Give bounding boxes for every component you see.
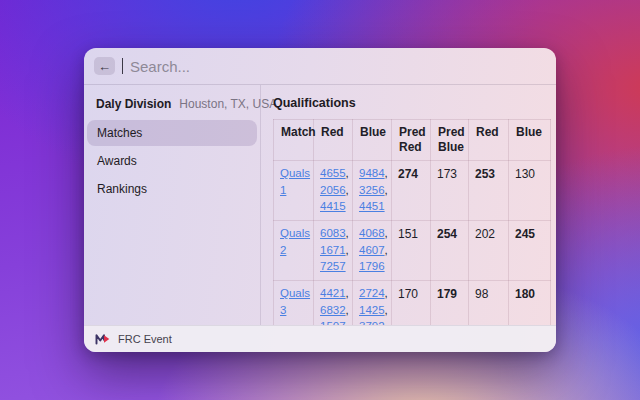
frc-event-logo-icon bbox=[95, 333, 110, 345]
content-area: Daly Division Houston, TX, USA MatchesAw… bbox=[84, 85, 556, 325]
division-name: Daly Division bbox=[96, 97, 171, 111]
column-header: Red bbox=[469, 120, 509, 161]
search-bar: ← Search... bbox=[84, 48, 556, 85]
column-header: Blue bbox=[353, 120, 392, 161]
blue-score: 245 bbox=[509, 221, 551, 281]
table-row: Quals 26083, 1671, 72574068, 4607, 17961… bbox=[274, 221, 551, 281]
match-link[interactable]: Quals 3 bbox=[280, 287, 310, 316]
team-link[interactable]: 4607 bbox=[359, 244, 385, 256]
back-button[interactable]: ← bbox=[94, 57, 115, 75]
blue-teams-cell: 9484, 3256, 4451 bbox=[353, 161, 392, 221]
team-link[interactable]: 6832 bbox=[320, 304, 346, 316]
team-link[interactable]: 6083 bbox=[320, 227, 346, 239]
arrow-left-icon: ← bbox=[98, 60, 111, 73]
pred-red-score: 274 bbox=[392, 161, 431, 221]
footer-bar: FRC Event bbox=[84, 325, 556, 352]
table-row: Quals 14655, 2056, 44159484, 3256, 44512… bbox=[274, 161, 551, 221]
table-header-row: MatchRedBluePred RedPred BlueRedBlue bbox=[274, 120, 551, 161]
blue-score: 130 bbox=[509, 161, 551, 221]
team-link[interactable]: 9484 bbox=[359, 167, 385, 179]
qualifications-table: MatchRedBluePred RedPred BlueRedBlue Qua… bbox=[273, 119, 551, 325]
sidebar-item-rankings[interactable]: Rankings bbox=[87, 176, 257, 202]
red-score: 253 bbox=[469, 161, 509, 221]
match-link[interactable]: Quals 2 bbox=[280, 227, 310, 256]
team-link[interactable]: 7257 bbox=[320, 260, 346, 272]
pred-red-score: 151 bbox=[392, 221, 431, 281]
sidebar-item-matches[interactable]: Matches bbox=[87, 120, 257, 146]
sidebar-nav: MatchesAwardsRankings bbox=[87, 120, 257, 202]
team-link[interactable]: 4655 bbox=[320, 167, 346, 179]
red-teams-cell: 4655, 2056, 4415 bbox=[314, 161, 353, 221]
column-header: Match bbox=[274, 120, 314, 161]
team-link[interactable]: 2056 bbox=[320, 184, 346, 196]
app-window: ← Search... Daly Division Houston, TX, U… bbox=[84, 48, 556, 352]
match-cell: Quals 1 bbox=[274, 161, 314, 221]
division-selector[interactable]: Daly Division Houston, TX, USA bbox=[87, 89, 257, 118]
column-header: Red bbox=[314, 120, 353, 161]
match-cell: Quals 2 bbox=[274, 221, 314, 281]
blue-teams-cell: 4068, 4607, 1796 bbox=[353, 221, 392, 281]
match-cell: Quals 3 bbox=[274, 281, 314, 325]
main-panel: Qualifications MatchRedBluePred RedPred … bbox=[261, 85, 556, 325]
team-link[interactable]: 3256 bbox=[359, 184, 385, 196]
search-input[interactable]: Search... bbox=[130, 58, 190, 75]
sidebar-item-awards[interactable]: Awards bbox=[87, 148, 257, 174]
team-link[interactable]: 1425 bbox=[359, 304, 385, 316]
red-score: 202 bbox=[469, 221, 509, 281]
team-link[interactable]: 4415 bbox=[320, 200, 346, 212]
team-link[interactable]: 1671 bbox=[320, 244, 346, 256]
text-cursor bbox=[122, 58, 123, 74]
column-header: Pred Blue bbox=[431, 120, 469, 161]
red-score: 98 bbox=[469, 281, 509, 325]
column-header: Pred Red bbox=[392, 120, 431, 161]
match-link[interactable]: Quals 1 bbox=[280, 167, 310, 196]
pred-red-score: 170 bbox=[392, 281, 431, 325]
blue-teams-cell: 2724, 1425, 3792 bbox=[353, 281, 392, 325]
sidebar: Daly Division Houston, TX, USA MatchesAw… bbox=[84, 85, 261, 325]
team-link[interactable]: 4451 bbox=[359, 200, 385, 212]
column-header: Blue bbox=[509, 120, 551, 161]
pred-blue-score: 173 bbox=[431, 161, 469, 221]
red-teams-cell: 4421, 6832, 1507 bbox=[314, 281, 353, 325]
section-title: Qualifications bbox=[273, 96, 544, 110]
pred-blue-score: 254 bbox=[431, 221, 469, 281]
match-rows: Quals 14655, 2056, 44159484, 3256, 44512… bbox=[274, 161, 551, 326]
pred-blue-score: 179 bbox=[431, 281, 469, 325]
team-link[interactable]: 4421 bbox=[320, 287, 346, 299]
team-link[interactable]: 1796 bbox=[359, 260, 385, 272]
red-teams-cell: 6083, 1671, 7257 bbox=[314, 221, 353, 281]
app-name-label: FRC Event bbox=[118, 333, 172, 345]
table-row: Quals 34421, 6832, 15072724, 1425, 37921… bbox=[274, 281, 551, 325]
team-link[interactable]: 4068 bbox=[359, 227, 385, 239]
team-link[interactable]: 2724 bbox=[359, 287, 385, 299]
blue-score: 180 bbox=[509, 281, 551, 325]
